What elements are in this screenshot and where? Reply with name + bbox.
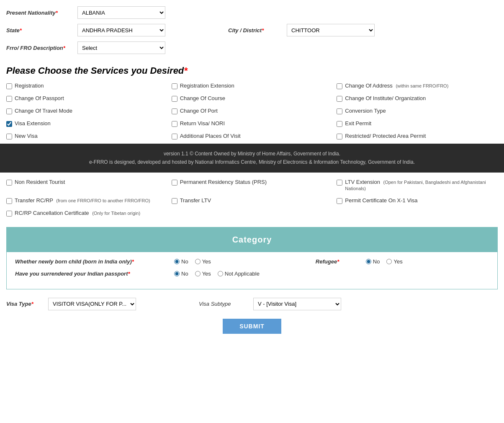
passport-no-label[interactable]: No: [181, 271, 188, 277]
service-label-change-institute[interactable]: Change Of Institute/ Organization: [345, 95, 426, 101]
refugee-no-radio[interactable]: [366, 259, 371, 264]
service-label-permit-x1[interactable]: Permit Certificate On X-1 Visa: [345, 197, 417, 204]
refugee-label: Refugee*: [316, 258, 357, 265]
born-yes-radio[interactable]: [195, 259, 201, 264]
service-label-additional-places[interactable]: Additional Places Of Visit: [180, 133, 241, 139]
refugee-yes-label[interactable]: Yes: [393, 258, 402, 265]
service-label-change-passport[interactable]: Change Of Passport: [15, 95, 64, 101]
service-checkbox-prs[interactable]: [172, 180, 177, 186]
service-checkbox-non-resident[interactable]: [6, 180, 12, 186]
service-checkbox-change-port[interactable]: [172, 108, 177, 114]
service-label-transfer-ltv[interactable]: Transfer LTV: [180, 197, 211, 204]
service-conversion: Conversion Type: [337, 108, 498, 114]
service-change-institute: Change Of Institute/ Organization: [337, 95, 498, 102]
service-label-change-address[interactable]: Change Of Address (within same FRRO/FRO): [345, 83, 448, 89]
footer-bar: version 1.1 © Content Owned by Ministry …: [0, 144, 504, 173]
service-label-reg-ext[interactable]: Registration Extension: [180, 83, 234, 89]
service-label-transfer-rcrp[interactable]: Transfer RC/RP (from one FRRO/FRO to ano…: [15, 197, 150, 204]
service-label-change-port[interactable]: Change Of Port: [180, 108, 218, 114]
born-no-item: No: [174, 258, 188, 265]
service-label-restricted[interactable]: Restricted/ Protected Area Permit: [345, 133, 426, 139]
born-yes-label[interactable]: Yes: [202, 258, 211, 265]
refugee-no-item: No: [366, 258, 380, 265]
service-label-registration[interactable]: Registration: [15, 83, 44, 89]
passport-radio-group: No Yes Not Applicable: [174, 271, 260, 277]
passport-row: Have you surrendered your Indian passpor…: [15, 271, 489, 277]
passport-yes-label[interactable]: Yes: [202, 271, 211, 277]
service-checkbox-conversion[interactable]: [337, 108, 342, 114]
service-change-address: Change Of Address (within same FRRO/FRO): [337, 83, 498, 89]
service-label-visa-ext[interactable]: Visa Extension: [15, 120, 51, 126]
submit-button[interactable]: SUBMIT: [223, 319, 281, 334]
passport-label: Have you surrendered your Indian passpor…: [15, 271, 174, 277]
service-label-change-travel[interactable]: Change Of Travel Mode: [15, 108, 72, 114]
refugee-yes-radio[interactable]: [386, 259, 392, 264]
refugee-yes-item: Yes: [386, 258, 402, 265]
city-select[interactable]: CHITTOOR: [287, 24, 375, 36]
service-checkbox-return-visa[interactable]: [172, 121, 177, 127]
service-change-passport: Change Of Passport: [6, 95, 167, 102]
service-checkbox-permit-x1[interactable]: [337, 198, 342, 204]
service-checkbox-change-travel[interactable]: [6, 108, 12, 114]
service-checkbox-exit-permit[interactable]: [337, 121, 342, 127]
service-checkbox-rcrp-cancel[interactable]: [6, 211, 12, 217]
service-label-new-visa[interactable]: New Visa: [15, 133, 38, 139]
born-no-radio[interactable]: [174, 259, 180, 264]
service-change-course: Change Of Course: [172, 95, 333, 102]
passport-no-radio[interactable]: [174, 271, 180, 276]
state-select[interactable]: ANDHRA PRADESH: [77, 24, 165, 36]
service-label-exit-permit[interactable]: Exit Permit: [345, 120, 371, 126]
services-bottom-grid: Non Resident Tourist Permanent Residency…: [0, 173, 504, 221]
service-change-travel: Change Of Travel Mode: [6, 108, 167, 114]
born-row: Whether newly born child (born in India …: [15, 258, 489, 265]
visa-subtype-label: Visa Subtype: [199, 301, 253, 307]
service-checkbox-change-institute[interactable]: [337, 96, 342, 102]
service-checkbox-change-course[interactable]: [172, 96, 177, 102]
service-label-prs[interactable]: Permanent Residency Status (PRS): [180, 179, 267, 185]
service-ltv-extension: LTV Extension (Open for Pakistani, Bangl…: [337, 179, 498, 191]
service-exit-permit: Exit Permit: [337, 120, 498, 127]
service-checkbox-new-visa[interactable]: [6, 134, 12, 139]
refugee-no-label[interactable]: No: [373, 258, 380, 265]
service-new-visa: New Visa: [6, 133, 167, 139]
passport-yes-item: Yes: [195, 271, 211, 277]
frro-label: Frro/ FRO Description*: [6, 45, 77, 51]
service-restricted-area: Restricted/ Protected Area Permit: [337, 133, 498, 139]
service-registration: Registration: [6, 83, 167, 89]
service-label-rcrp-cancel[interactable]: RC/RP Cancellation Certificate (Only for…: [15, 210, 140, 216]
service-checkbox-transfer-ltv[interactable]: [172, 198, 177, 204]
passport-na-radio[interactable]: [218, 271, 223, 276]
passport-na-label[interactable]: Not Applicable: [225, 271, 260, 277]
passport-na-item: Not Applicable: [218, 271, 260, 277]
service-label-return-visa[interactable]: Return Visa/ NORI: [180, 120, 225, 126]
service-checkbox-additional-places[interactable]: [172, 134, 177, 139]
visa-subtype-select[interactable]: V - [Visitor Visa]: [253, 298, 341, 310]
service-checkbox-change-passport[interactable]: [6, 96, 12, 102]
service-label-change-course[interactable]: Change Of Course: [180, 95, 225, 101]
service-non-resident: Non Resident Tourist: [6, 179, 167, 191]
service-label-ltv-ext[interactable]: LTV Extension (Open for Pakistani, Bangl…: [345, 179, 498, 191]
service-checkbox-registration[interactable]: [6, 83, 12, 89]
service-label-conversion[interactable]: Conversion Type: [345, 108, 386, 114]
service-transfer-rcrp: Transfer RC/RP (from one FRRO/FRO to ano…: [6, 197, 167, 204]
born-no-label[interactable]: No: [181, 258, 188, 265]
nationality-select[interactable]: ALBANIA: [77, 6, 165, 19]
refugee-radio-group: No Yes: [366, 258, 403, 265]
category-section: Category Whether newly born child (born …: [6, 227, 498, 289]
service-transfer-ltv: Transfer LTV: [172, 197, 333, 204]
services-title: Please Choose the Services you Desired*: [0, 61, 504, 83]
nationality-label: Present Nationality*: [6, 10, 77, 16]
passport-yes-radio[interactable]: [195, 271, 201, 276]
service-checkbox-reg-ext[interactable]: [172, 83, 177, 89]
born-yes-item: Yes: [195, 258, 211, 265]
service-checkbox-transfer-rcrp[interactable]: [6, 198, 12, 204]
service-checkbox-change-address[interactable]: [337, 83, 342, 89]
visa-type-select[interactable]: VISITOR VISA(ONLY FOR P...: [48, 298, 136, 310]
service-label-non-resident[interactable]: Non Resident Tourist: [15, 179, 65, 185]
visa-type-label: Visa Type*: [6, 301, 48, 307]
service-checkbox-visa-ext[interactable]: [6, 121, 12, 127]
service-checkbox-ltv-ext[interactable]: [337, 180, 342, 186]
state-label: State*: [6, 27, 77, 34]
service-checkbox-restricted[interactable]: [337, 134, 342, 139]
frro-select[interactable]: Select: [77, 41, 165, 54]
